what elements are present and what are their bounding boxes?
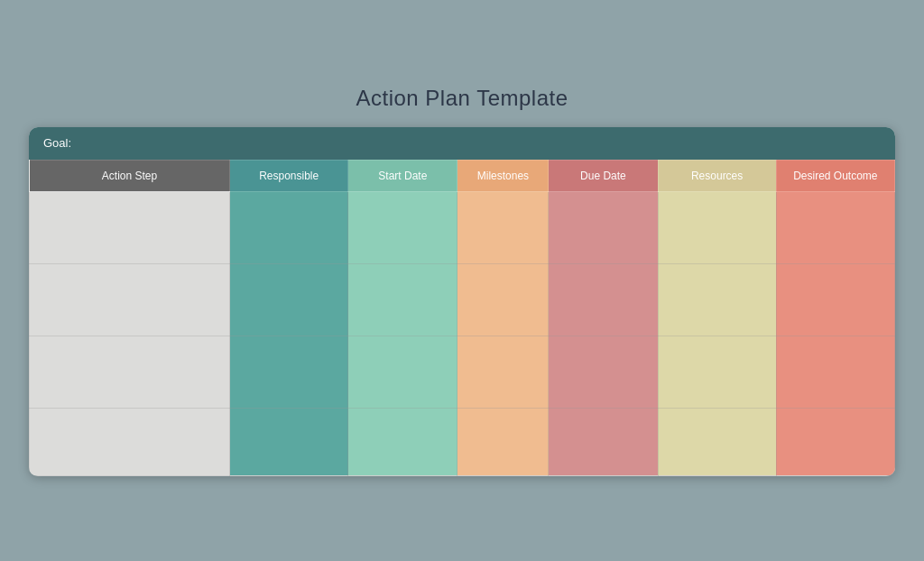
table-row bbox=[30, 191, 895, 263]
cell-desired-outcome-1[interactable] bbox=[776, 191, 894, 263]
cell-start-date-1[interactable] bbox=[348, 191, 457, 263]
col-header-responsible: Responsible bbox=[230, 160, 348, 191]
cell-responsible-4[interactable] bbox=[230, 408, 348, 475]
col-header-start-date: Start Date bbox=[348, 160, 457, 191]
cell-action-step-3[interactable] bbox=[30, 336, 230, 408]
action-plan-table: Action Step Responsible Start Date Miles… bbox=[29, 160, 895, 476]
col-header-action-step: Action Step bbox=[30, 160, 230, 191]
table-row bbox=[30, 408, 895, 475]
table-row bbox=[30, 336, 895, 408]
cell-action-step-2[interactable] bbox=[30, 263, 230, 336]
goal-label: Goal: bbox=[43, 136, 71, 150]
cell-milestones-1[interactable] bbox=[457, 191, 549, 263]
cell-action-step-4[interactable] bbox=[30, 408, 230, 475]
cell-start-date-3[interactable] bbox=[348, 336, 457, 408]
cell-resources-1[interactable] bbox=[658, 191, 776, 263]
col-header-milestones: Milestones bbox=[457, 160, 549, 191]
cell-milestones-4[interactable] bbox=[457, 408, 549, 475]
cell-resources-3[interactable] bbox=[658, 336, 776, 408]
cell-desired-outcome-4[interactable] bbox=[776, 408, 894, 475]
cell-milestones-2[interactable] bbox=[457, 263, 549, 336]
cell-desired-outcome-2[interactable] bbox=[776, 263, 894, 336]
goal-header: Goal: bbox=[29, 127, 895, 160]
col-header-resources: Resources bbox=[658, 160, 776, 191]
table-container: Goal: Action Step Responsible Start Date… bbox=[29, 127, 895, 476]
cell-resources-2[interactable] bbox=[658, 263, 776, 336]
cell-responsible-1[interactable] bbox=[230, 191, 348, 263]
cell-due-date-3[interactable] bbox=[549, 336, 658, 408]
cell-due-date-1[interactable] bbox=[549, 191, 658, 263]
col-header-desired-outcome: Desired Outcome bbox=[776, 160, 894, 191]
page-title: Action Plan Template bbox=[356, 86, 568, 111]
cell-resources-4[interactable] bbox=[658, 408, 776, 475]
cell-due-date-2[interactable] bbox=[549, 263, 658, 336]
cell-responsible-2[interactable] bbox=[230, 263, 348, 336]
cell-due-date-4[interactable] bbox=[549, 408, 658, 475]
cell-milestones-3[interactable] bbox=[457, 336, 549, 408]
cell-start-date-2[interactable] bbox=[348, 263, 457, 336]
page-wrapper: Action Plan Template Goal: Action Step R… bbox=[29, 86, 895, 476]
table-header-row: Action Step Responsible Start Date Miles… bbox=[30, 160, 895, 191]
table-row bbox=[30, 263, 895, 336]
cell-responsible-3[interactable] bbox=[230, 336, 348, 408]
col-header-due-date: Due Date bbox=[549, 160, 658, 191]
cell-start-date-4[interactable] bbox=[348, 408, 457, 475]
cell-desired-outcome-3[interactable] bbox=[776, 336, 894, 408]
cell-action-step-1[interactable] bbox=[30, 191, 230, 263]
